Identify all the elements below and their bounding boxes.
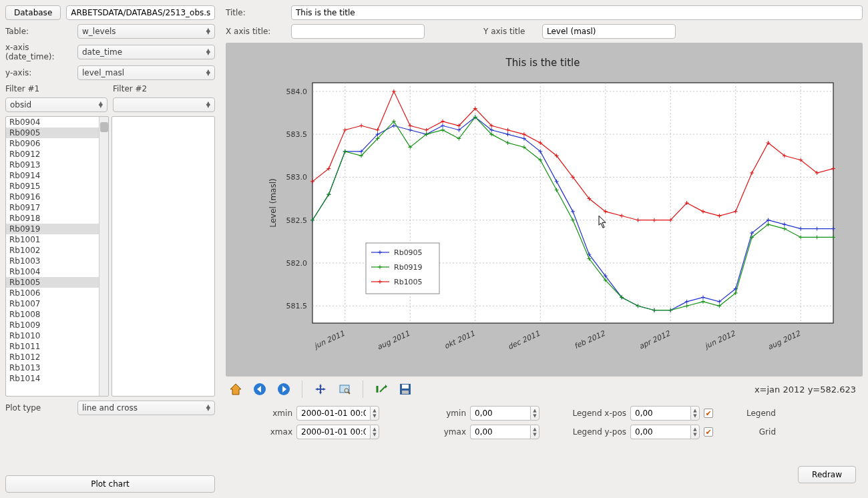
ymax-spinner[interactable]: ▲▼	[470, 425, 539, 439]
back-icon[interactable]	[251, 381, 268, 398]
stepper-buttons[interactable]: ▲▼	[530, 425, 539, 439]
legend-xpos-spinner[interactable]: ▲▼	[630, 406, 700, 421]
list-item[interactable]: Rb0906	[6, 138, 108, 149]
svg-text:feb 2012: feb 2012	[573, 329, 607, 351]
pan-icon[interactable]	[312, 381, 329, 398]
ymin-spinner[interactable]: ▲▼	[470, 406, 539, 421]
zoom-icon[interactable]	[336, 381, 353, 398]
stepper-buttons[interactable]: ▲▼	[370, 406, 379, 421]
list-item[interactable]: Rb1008	[6, 309, 108, 320]
save-icon[interactable]	[397, 381, 414, 398]
list-item[interactable]: Rb1004	[6, 266, 108, 277]
scrollbar[interactable]	[99, 117, 108, 396]
ymin-field[interactable]	[470, 406, 530, 421]
svg-text:okt 2011: okt 2011	[443, 329, 476, 350]
svg-text:This is the title: This is the title	[505, 57, 580, 69]
database-button[interactable]: Database	[5, 5, 61, 20]
filter1-combo[interactable]: obsid ▲▼	[5, 97, 107, 112]
database-path-field[interactable]	[66, 5, 215, 20]
stepper-buttons[interactable]: ▲▼	[690, 406, 700, 421]
filter1-listbox[interactable]: Rb0904Rb0905Rb0906Rb0912Rb0913Rb0914Rb09…	[5, 116, 109, 397]
list-item[interactable]: Rb1001	[6, 234, 108, 245]
svg-text:dec 2011: dec 2011	[507, 329, 541, 351]
svg-text:582.0: 582.0	[286, 259, 308, 268]
chevron-updown-icon: ▲▼	[206, 29, 210, 34]
legend-xpos-field[interactable]	[630, 406, 690, 421]
svg-marker-242	[230, 384, 241, 395]
filter2-label: Filter #2	[113, 84, 147, 93]
xaxis-label: x-axis (date_time):	[5, 43, 72, 61]
list-item[interactable]: Rb0917	[6, 202, 108, 213]
legend-ypos-spinner[interactable]: ▲▼	[630, 425, 700, 439]
legend-checkbox[interactable]: ✔	[704, 409, 713, 418]
ymax-field[interactable]	[470, 425, 530, 439]
list-item[interactable]: Rb0919	[6, 224, 108, 234]
list-item[interactable]: Rb1005	[6, 277, 108, 288]
yaxis-combo[interactable]: level_masl ▲▼	[77, 65, 215, 80]
plot-type-label: Plot type	[5, 403, 72, 413]
list-item[interactable]: Rb1011	[6, 341, 108, 352]
filter2-combo[interactable]: ▲▼	[113, 97, 215, 112]
xmin-field[interactable]	[296, 406, 370, 421]
list-item[interactable]: Rb0905	[6, 128, 108, 138]
list-item[interactable]: Rb1007	[6, 298, 108, 309]
xaxis-title-label: X axis title:	[226, 27, 286, 36]
title-label: Title:	[226, 8, 286, 17]
plot-type-combo[interactable]: line and cross ▲▼	[77, 401, 215, 415]
xmax-label: xmax	[232, 427, 292, 437]
svg-text:583.5: 583.5	[286, 130, 308, 139]
xaxis-title-field[interactable]	[291, 24, 425, 39]
yaxis-title-field[interactable]	[542, 24, 676, 39]
home-icon[interactable]	[227, 381, 244, 398]
filter1-label: Filter #1	[5, 84, 39, 93]
chart-canvas[interactable]: 581.5582.0582.5583.0583.5584.0jun 2011au…	[232, 49, 853, 370]
legend-xpos-label: Legend x-pos	[566, 409, 626, 418]
filter2-listbox[interactable]	[112, 116, 215, 397]
xmin-spinner[interactable]: ▲▼	[296, 406, 379, 421]
xaxis-combo[interactable]: date_time ▲▼	[77, 45, 215, 59]
stepper-buttons[interactable]: ▲▼	[370, 425, 379, 439]
list-item[interactable]: Rb0916	[6, 192, 108, 202]
xmax-field[interactable]	[296, 425, 370, 439]
yaxis-combo-value: level_masl	[82, 68, 124, 77]
legend-ypos-field[interactable]	[630, 425, 690, 439]
list-item[interactable]: Rb0914	[6, 170, 108, 181]
yaxis-label: y-axis:	[5, 68, 72, 77]
subplots-icon[interactable]	[373, 381, 390, 398]
list-item[interactable]: Rb1014	[6, 373, 108, 384]
forward-icon[interactable]	[275, 381, 292, 398]
svg-marker-250	[385, 385, 387, 389]
list-item[interactable]: Rb0913	[6, 160, 108, 170]
list-item[interactable]: Rb0904	[6, 117, 108, 128]
plot-chart-button[interactable]: Plot chart	[5, 475, 215, 493]
list-item[interactable]: Rb1012	[6, 352, 108, 362]
list-item[interactable]: Rb0912	[6, 149, 108, 160]
svg-line-249	[348, 392, 350, 394]
list-item[interactable]: Rb1010	[6, 330, 108, 341]
svg-text:581.5: 581.5	[286, 302, 308, 310]
list-item[interactable]: Rb0918	[6, 213, 108, 224]
legend-ypos-label: Legend y-pos	[566, 427, 626, 437]
svg-text:jun 2011: jun 2011	[312, 329, 346, 351]
list-item[interactable]: Rb1002	[6, 245, 108, 256]
stepper-buttons[interactable]: ▲▼	[530, 406, 539, 421]
filter1-combo-value: obsid	[10, 100, 31, 109]
list-item[interactable]: Rb0915	[6, 181, 108, 192]
table-combo[interactable]: w_levels ▲▼	[77, 24, 215, 39]
title-field[interactable]	[291, 5, 863, 20]
redraw-button[interactable]: Redraw	[798, 466, 856, 483]
svg-text:582.5: 582.5	[286, 216, 308, 225]
svg-text:583.0: 583.0	[286, 173, 308, 182]
scrollbar-thumb[interactable]	[100, 122, 108, 132]
list-item[interactable]: Rb1009	[6, 320, 108, 330]
xmax-spinner[interactable]: ▲▼	[296, 425, 379, 439]
stepper-buttons[interactable]: ▲▼	[690, 425, 700, 439]
grid-checkbox[interactable]: ✔	[704, 427, 713, 437]
svg-text:Rb1005: Rb1005	[394, 278, 423, 286]
list-item[interactable]: Rb1006	[6, 288, 108, 298]
chart-area: 581.5582.0582.5583.0583.5584.0jun 2011au…	[226, 43, 863, 377]
list-item[interactable]: Rb1003	[6, 256, 108, 266]
chevron-updown-icon: ▲▼	[206, 70, 210, 75]
list-item[interactable]: Rb1013	[6, 362, 108, 373]
svg-rect-252	[402, 385, 409, 389]
